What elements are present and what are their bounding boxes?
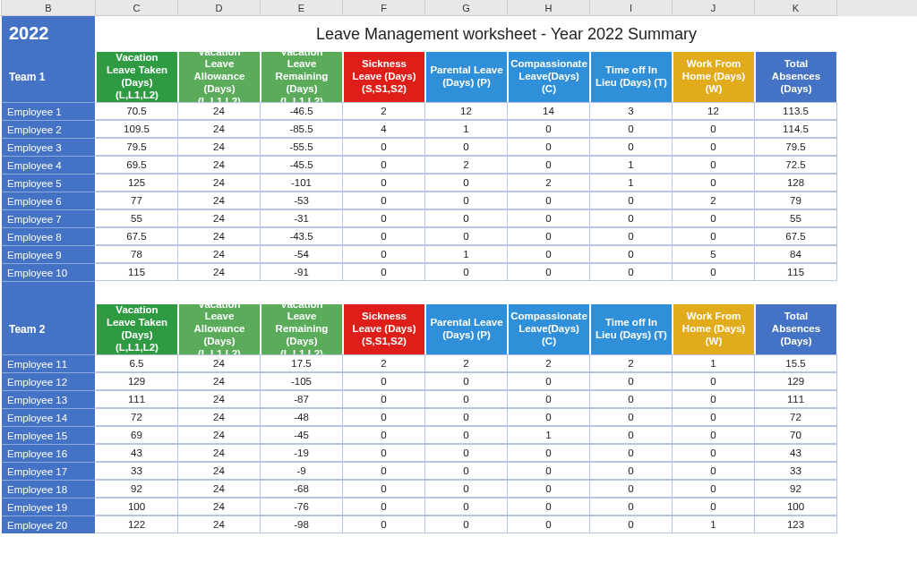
cell-total[interactable]: 15.5 bbox=[755, 354, 837, 372]
cell-wfh[interactable]: 0 bbox=[673, 263, 755, 281]
cell-vac-taken[interactable]: 122 bbox=[96, 516, 178, 533]
cell-vac-remain[interactable]: -68 bbox=[261, 480, 343, 498]
cell-toil[interactable]: 0 bbox=[590, 444, 673, 462]
cell-toil[interactable]: 0 bbox=[590, 426, 673, 444]
cell-sickness[interactable]: 0 bbox=[343, 192, 425, 209]
cell-sickness[interactable]: 0 bbox=[343, 408, 425, 426]
cell-total[interactable]: 84 bbox=[755, 245, 837, 263]
cell-vac-allow[interactable]: 24 bbox=[178, 192, 261, 209]
cell-parental[interactable]: 0 bbox=[425, 408, 508, 426]
employee-name-cell[interactable]: Employee 4 bbox=[2, 156, 96, 174]
cell-vac-remain[interactable]: -45.5 bbox=[261, 156, 343, 174]
cell-wfh[interactable]: 0 bbox=[673, 390, 755, 408]
employee-name-cell[interactable]: Employee 19 bbox=[2, 498, 96, 516]
cell-vac-remain[interactable]: -54 bbox=[261, 245, 343, 263]
cell-vac-taken[interactable]: 78 bbox=[96, 245, 178, 263]
col-header-G[interactable]: G bbox=[425, 0, 508, 16]
cell-wfh[interactable]: 1 bbox=[673, 516, 755, 533]
cell-wfh[interactable]: 0 bbox=[673, 480, 755, 498]
cell-vac-allow[interactable]: 24 bbox=[178, 444, 261, 462]
cell-parental[interactable]: 0 bbox=[425, 516, 508, 533]
year-cell[interactable]: 2022 bbox=[2, 16, 96, 52]
cell-sickness[interactable]: 0 bbox=[343, 390, 425, 408]
cell-vac-taken[interactable]: 67.5 bbox=[96, 227, 178, 245]
cell-vac-taken[interactable]: 111 bbox=[96, 390, 178, 408]
cell-compassion[interactable]: 0 bbox=[508, 444, 590, 462]
cell-compassion[interactable]: 0 bbox=[508, 516, 590, 533]
cell-toil[interactable]: 0 bbox=[590, 390, 673, 408]
hdr-toil[interactable]: Time off In Lieu (Days) (T) bbox=[590, 304, 673, 354]
hdr-compassionate[interactable]: Compassionate Leave(Days) (C) bbox=[508, 52, 590, 102]
cell-parental[interactable]: 0 bbox=[425, 498, 508, 516]
employee-name-cell[interactable]: Employee 2 bbox=[2, 120, 96, 138]
cell-toil[interactable]: 0 bbox=[590, 372, 673, 390]
cell-vac-taken[interactable]: 125 bbox=[96, 174, 178, 192]
hdr-total[interactable]: Total Absences (Days) bbox=[755, 304, 837, 354]
cell-toil[interactable]: 0 bbox=[590, 138, 673, 156]
employee-name-cell[interactable]: Employee 11 bbox=[2, 354, 96, 372]
col-header-H[interactable]: H bbox=[508, 0, 590, 16]
cell-vac-taken[interactable]: 109.5 bbox=[96, 120, 178, 138]
cell-vac-allow[interactable]: 24 bbox=[178, 516, 261, 533]
cell-toil[interactable]: 1 bbox=[590, 156, 673, 174]
cell-sickness[interactable]: 0 bbox=[343, 426, 425, 444]
cell-wfh[interactable]: 0 bbox=[673, 138, 755, 156]
cell-vac-allow[interactable]: 24 bbox=[178, 498, 261, 516]
cell-vac-taken[interactable]: 33 bbox=[96, 462, 178, 480]
col-header-B[interactable]: B bbox=[2, 0, 96, 16]
cell-vac-remain[interactable]: -87 bbox=[261, 390, 343, 408]
hdr-vac-allow[interactable]: Vacation Leave Allowance (Days) (L,L1,L2… bbox=[178, 52, 261, 102]
cell-toil[interactable]: 0 bbox=[590, 480, 673, 498]
cell-parental[interactable]: 0 bbox=[425, 192, 508, 209]
cell-vac-taken[interactable]: 129 bbox=[96, 372, 178, 390]
employee-name-cell[interactable]: Employee 9 bbox=[2, 245, 96, 263]
cell-vac-remain[interactable]: -48 bbox=[261, 408, 343, 426]
cell-wfh[interactable]: 0 bbox=[673, 372, 755, 390]
cell-vac-remain[interactable]: -91 bbox=[261, 263, 343, 281]
cell-vac-taken[interactable]: 100 bbox=[96, 498, 178, 516]
col-header-E[interactable]: E bbox=[261, 0, 343, 16]
employee-name-cell[interactable]: Employee 12 bbox=[2, 372, 96, 390]
cell-toil[interactable]: 0 bbox=[590, 227, 673, 245]
cell-parental[interactable]: 2 bbox=[425, 354, 508, 372]
hdr-sickness[interactable]: Sickness Leave (Days) (S,S1,S2) bbox=[343, 52, 425, 102]
cell-vac-remain[interactable]: -101 bbox=[261, 174, 343, 192]
cell-total[interactable]: 113.5 bbox=[755, 102, 837, 120]
cell-vac-remain[interactable]: -46.5 bbox=[261, 102, 343, 120]
cell-vac-allow[interactable]: 24 bbox=[178, 209, 261, 227]
cell-total[interactable]: 100 bbox=[755, 498, 837, 516]
cell-total[interactable]: 115 bbox=[755, 263, 837, 281]
cell-total[interactable]: 79.5 bbox=[755, 138, 837, 156]
cell-total[interactable]: 72 bbox=[755, 408, 837, 426]
cell-total[interactable]: 114.5 bbox=[755, 120, 837, 138]
cell-compassion[interactable]: 0 bbox=[508, 156, 590, 174]
cell-vac-taken[interactable]: 69.5 bbox=[96, 156, 178, 174]
cell-vac-remain[interactable]: -45 bbox=[261, 426, 343, 444]
hdr-sickness[interactable]: Sickness Leave (Days) (S,S1,S2) bbox=[343, 304, 425, 354]
cell-vac-taken[interactable]: 6.5 bbox=[96, 354, 178, 372]
employee-name-cell[interactable]: Employee 14 bbox=[2, 408, 96, 426]
employee-name-cell[interactable]: Employee 13 bbox=[2, 390, 96, 408]
cell-compassion[interactable]: 0 bbox=[508, 120, 590, 138]
employee-name-cell[interactable]: Employee 17 bbox=[2, 462, 96, 480]
cell-parental[interactable]: 0 bbox=[425, 480, 508, 498]
cell-compassion[interactable]: 2 bbox=[508, 354, 590, 372]
cell-total[interactable]: 123 bbox=[755, 516, 837, 533]
cell-vac-taken[interactable]: 77 bbox=[96, 192, 178, 209]
cell-toil[interactable]: 0 bbox=[590, 408, 673, 426]
cell-vac-remain[interactable]: -98 bbox=[261, 516, 343, 533]
cell-vac-remain[interactable]: -31 bbox=[261, 209, 343, 227]
cell-vac-remain[interactable]: -55.5 bbox=[261, 138, 343, 156]
cell-toil[interactable]: 2 bbox=[590, 354, 673, 372]
cell-toil[interactable]: 0 bbox=[590, 263, 673, 281]
cell-vac-allow[interactable]: 24 bbox=[178, 263, 261, 281]
cell-vac-taken[interactable]: 92 bbox=[96, 480, 178, 498]
cell-parental[interactable]: 0 bbox=[425, 390, 508, 408]
cell-vac-remain[interactable]: -19 bbox=[261, 444, 343, 462]
cell-vac-allow[interactable]: 24 bbox=[178, 372, 261, 390]
cell-parental[interactable]: 12 bbox=[425, 102, 508, 120]
cell-parental[interactable]: 2 bbox=[425, 156, 508, 174]
cell-vac-allow[interactable]: 24 bbox=[178, 354, 261, 372]
cell-parental[interactable]: 0 bbox=[425, 263, 508, 281]
cell-compassion[interactable]: 0 bbox=[508, 408, 590, 426]
